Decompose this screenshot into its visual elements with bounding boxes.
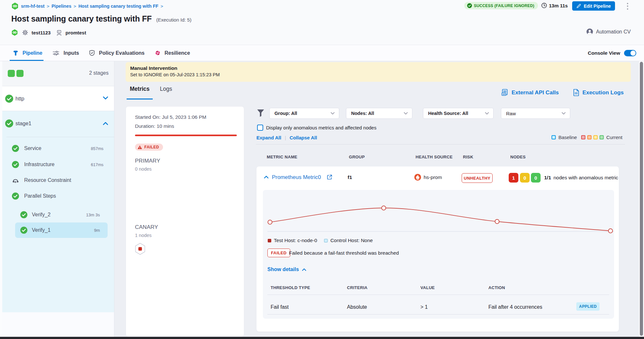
anomalous-only-checkbox[interactable] [257, 125, 263, 131]
control-host-label: Control Host: None [330, 238, 373, 243]
tab-policy-evaluations-label: Policy Evaluations [99, 50, 144, 56]
main-content: Manual Intervention Set to IGNORE on 05-… [115, 61, 644, 339]
environment-icon [56, 30, 62, 36]
expand-collapse-row: Expand All | Collapse All [256, 135, 317, 140]
group-filter-value: Group: All [274, 111, 297, 116]
verification-status-label: FAILED [144, 145, 159, 149]
sidebar-step-parallel-steps[interactable]: Parallel Steps [0, 189, 114, 203]
step-service-duration: 857ms [91, 146, 103, 151]
stage-stage1-label: stage1 [15, 120, 32, 127]
app: srm-hf-test > Pipelines > Host sampling … [0, 0, 644, 339]
tab-metrics[interactable]: Metrics [130, 86, 149, 99]
filter-funnel-icon[interactable] [257, 109, 264, 117]
step-resource-constraint-label: Resource Constraint [24, 177, 71, 183]
metric-name-link[interactable]: Prometheus Metric0 [272, 174, 321, 181]
warning-triangle-icon [138, 145, 142, 149]
health-source-value: hs-prom [424, 174, 442, 180]
step-verify2-duration: 13m 3s [86, 212, 100, 217]
th-action: ACTION [488, 285, 505, 290]
expand-all-link[interactable]: Expand All [256, 135, 281, 140]
edit-pipeline-button[interactable]: Edit Pipeline [572, 1, 615, 11]
console-view-control: Console View [588, 45, 637, 61]
health-source-filter-value: Health Source: All [428, 111, 468, 116]
chevron-down-icon[interactable] [103, 96, 108, 100]
stage-status-square [16, 70, 24, 77]
metric-group-value: f1 [348, 174, 352, 180]
banner-title: Manual Intervention [130, 65, 626, 71]
health-source-filter-dropdown[interactable]: Health Source: All [423, 108, 494, 119]
tab-policy-evaluations[interactable]: Policy Evaluations [86, 45, 151, 61]
primary-group-label: PRIMARY [135, 158, 160, 164]
execution-id-label: (Execution Id: 5) [156, 17, 191, 23]
pipeline-icon [13, 50, 18, 56]
content-tabs: Metrics Logs [130, 86, 172, 99]
canary-node-hexagon[interactable] [134, 242, 146, 255]
execution-logs-icon [573, 89, 579, 96]
breadcrumb-item-pipeline-name[interactable]: Host sampling canary testing with FF [78, 4, 158, 9]
check-circle-icon [5, 95, 13, 103]
tab-inputs[interactable]: Inputs [49, 45, 86, 61]
current-green-swatch [600, 135, 604, 139]
check-circle-icon [20, 227, 27, 234]
page-scrollbar-thumb[interactable] [640, 62, 643, 336]
environment-name: promtest [65, 30, 86, 35]
check-circle-icon [5, 119, 13, 127]
col-header-metric-name: METRIC NAME [267, 155, 297, 159]
sidebar-step-service[interactable]: Service 857ms [0, 141, 114, 155]
duration-label: Duration: 10 mins [135, 123, 174, 129]
sidebar-stage-stage1[interactable]: stage1 [0, 111, 114, 136]
manual-intervention-banner: Manual Intervention Set to IGNORE on 05-… [126, 62, 631, 82]
nodes-filter-dropdown[interactable]: Nodes: All [346, 108, 412, 119]
th-criteria: CRITERIA [347, 285, 368, 290]
collapse-all-link[interactable]: Collapse All [290, 135, 317, 140]
console-view-toggle[interactable] [624, 50, 636, 56]
nodes-filter-value: Nodes: All [351, 111, 374, 116]
chevron-down-icon [331, 112, 335, 115]
group-filter-dropdown[interactable]: Group: All [269, 108, 339, 119]
stage-count-label: 2 stages [89, 70, 109, 76]
anomalous-node-count-yellow: 0 [520, 173, 530, 183]
mode-select-dropdown[interactable]: Raw [501, 108, 570, 119]
gear-icon [22, 30, 28, 35]
chart-color-legend: Baseline Current [552, 135, 625, 140]
srm-module-icon [11, 2, 19, 10]
show-details-link[interactable]: Show details [267, 267, 306, 272]
external-link-icon[interactable] [327, 174, 332, 180]
tab-logs[interactable]: Logs [160, 86, 172, 99]
execution-logs-link[interactable]: Execution Logs [573, 89, 624, 96]
external-api-calls-link[interactable]: API External API Calls [501, 89, 559, 96]
tab-pipeline[interactable]: Pipeline [10, 45, 49, 61]
breadcrumb-item-pipelines[interactable]: Pipelines [52, 4, 71, 9]
current-legend-label: Current [606, 135, 622, 140]
user-menu[interactable]: Automation CV [586, 28, 631, 35]
page-title: Host sampling canary testing with FF [11, 14, 152, 24]
primary-node-count: 0 nodes [135, 166, 152, 172]
sidebar-step-verify2[interactable]: Verify_2 13m 3s [0, 208, 114, 222]
more-options-menu[interactable] [625, 2, 630, 10]
canary-group-label: CANARY [135, 224, 158, 231]
collapse-metric-chevron-icon[interactable] [264, 175, 269, 179]
chevron-up-icon[interactable] [103, 122, 108, 125]
applied-badge-label: APPLIED [579, 304, 597, 309]
current-yellow-swatch [593, 135, 598, 139]
sidebar-step-resource-constraint[interactable]: Resource Constraint [0, 173, 114, 187]
step-verify2-label: Verify_2 [32, 212, 51, 218]
step-infrastructure-duration: 617ms [91, 162, 103, 167]
service-name: test1123 [32, 30, 51, 35]
risk-badge: UNHEALTHY [462, 173, 493, 183]
sidebar-step-infrastructure[interactable]: Infrastructure 617ms [0, 157, 114, 172]
sidebar-step-verify1[interactable]: Verify_1 9m [0, 223, 114, 237]
col-header-health-source: HEALTH SOURCE [416, 155, 453, 159]
svg-text:API: API [502, 93, 505, 95]
sidebar-stage-http[interactable]: http [0, 86, 114, 111]
td-action: Fail after 4 occurrences [488, 304, 542, 310]
applied-badge: APPLIED [576, 302, 600, 311]
tab-resilience[interactable]: Resilience [152, 45, 197, 61]
th-value: VALUE [420, 285, 435, 290]
breadcrumb-item-project[interactable]: srm-hf-test [21, 4, 44, 9]
anomalous-node-ratio: 1/1 [544, 175, 551, 181]
step-verify1-duration: 9m [94, 228, 100, 233]
divider [256, 144, 625, 145]
chevron-down-icon [485, 112, 489, 115]
metric-failed-badge: FAILED [267, 249, 290, 257]
